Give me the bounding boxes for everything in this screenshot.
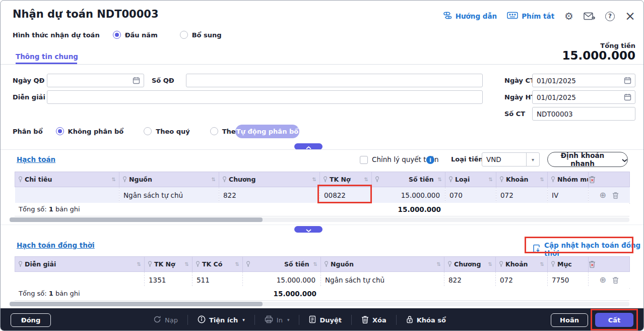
- footer-total: 15.000.000: [242, 290, 316, 298]
- delete-all-icon[interactable]: ×: [589, 260, 629, 268]
- settings-gear-icon[interactable]: ⚙: [564, 10, 573, 22]
- cell-nhom-muc[interactable]: IV: [548, 187, 589, 204]
- cell-nguon[interactable]: Ngân sách tự chủ: [321, 272, 444, 289]
- dien-giai-input[interactable]: [47, 90, 483, 104]
- delete-row-icon[interactable]: [612, 277, 619, 284]
- close-button[interactable]: Đóng: [11, 313, 51, 327]
- sort-icon: ⇅: [235, 261, 239, 267]
- ngay-ct-input[interactable]: [532, 74, 635, 87]
- table-header-row: Diễn giải⇅ TK Nợ⇅ TK Có⇅ Số tiền⇅ Nguồn⇅…: [15, 257, 630, 272]
- col-loai[interactable]: Loại⇅: [445, 172, 496, 187]
- radio-dau-nam[interactable]: [113, 31, 121, 39]
- delete-row-icon[interactable]: [612, 192, 619, 199]
- col-so-tien[interactable]: Số tiền⇅: [372, 172, 445, 187]
- cell-loai[interactable]: 070: [445, 187, 496, 204]
- save-button[interactable]: Cất: [595, 313, 633, 327]
- cell-tk-no[interactable]: 00822: [320, 187, 372, 204]
- print-button[interactable]: In ▾: [255, 315, 299, 325]
- col-actions[interactable]: ×: [589, 172, 630, 187]
- reload-button[interactable]: Nạp: [144, 315, 187, 325]
- postpone-button[interactable]: Hoãn: [551, 313, 588, 327]
- cell-chi-tieu[interactable]: [15, 187, 119, 204]
- sort-icon: ⇅: [488, 261, 492, 267]
- so-ct-input[interactable]: [532, 107, 635, 121]
- col-tk-co[interactable]: TK Có⇅: [192, 257, 243, 272]
- divider: [1, 64, 643, 65]
- cell-tk-co[interactable]: 511: [192, 272, 243, 289]
- info-icon[interactable]: i: [426, 156, 434, 164]
- approve-button[interactable]: Duyệt: [299, 315, 351, 325]
- ngay-qd-input[interactable]: [47, 74, 144, 87]
- currency-select[interactable]: VND ▾: [482, 152, 540, 167]
- cell-muc[interactable]: 7750: [548, 272, 589, 289]
- col-nguon[interactable]: Nguồn⇅: [321, 257, 444, 272]
- chinh-ly-checkbox[interactable]: [360, 156, 368, 164]
- add-row-icon[interactable]: ⊕: [600, 276, 606, 284]
- col-nhom-muc[interactable]: Nhóm mục: [548, 172, 589, 187]
- radio-theo-thang[interactable]: [210, 127, 218, 135]
- add-row-icon[interactable]: ⊕: [600, 191, 606, 199]
- cell-so-tien[interactable]: 15.000.000: [243, 272, 321, 289]
- cell-khoan[interactable]: 072: [496, 187, 548, 204]
- collapse-down-pill[interactable]: [294, 226, 323, 233]
- tab-thong-tin-chung[interactable]: Thông tin chung: [16, 52, 78, 61]
- cell-chuong[interactable]: 822: [219, 187, 320, 204]
- col-chi-tieu[interactable]: Chỉ tiêu⇅: [15, 172, 119, 187]
- pin-icon: [18, 176, 23, 183]
- col-chuong[interactable]: Chương⇅: [444, 257, 496, 272]
- col-nguon[interactable]: Nguồn⇅: [119, 172, 219, 187]
- radio-khong-phan-bo[interactable]: [56, 127, 64, 135]
- pin-icon: [18, 261, 23, 267]
- scrollbar-thumb[interactable]: [10, 217, 263, 222]
- help-icon[interactable]: ?: [605, 12, 615, 21]
- sort-icon: ⇅: [185, 261, 189, 267]
- update-simultaneous-link[interactable]: Cập nhật hạch toán đồng thời: [533, 241, 643, 257]
- delete-button[interactable]: Xóa: [352, 315, 396, 325]
- cell-tk-no[interactable]: 1351: [145, 272, 192, 289]
- radio-bo-sung[interactable]: [180, 31, 188, 39]
- pin-icon: [196, 261, 200, 267]
- hach-toan-dong-thoi-title[interactable]: Hạch toán đồng thời: [17, 241, 95, 249]
- header-actions: Hướng dẫn Phím tắt ⚙ ? ×: [443, 10, 635, 23]
- col-actions[interactable]: ×: [589, 257, 630, 272]
- hach-toan-title[interactable]: Hạch toán: [17, 155, 55, 163]
- ngay-ht-calendar-icon[interactable]: [624, 93, 631, 101]
- radio-khong-phan-bo-label: Không phân bổ: [68, 128, 124, 135]
- ngay-ct-calendar-icon[interactable]: [624, 77, 631, 84]
- delete-all-icon[interactable]: ×: [589, 176, 629, 183]
- sort-icon: ⇅: [312, 177, 316, 182]
- quick-entry-button[interactable]: Định khoản nhanh: [547, 152, 628, 167]
- send-mail-icon[interactable]: [584, 12, 595, 21]
- col-khoan[interactable]: Khoản⇅: [496, 172, 548, 187]
- so-qd-input[interactable]: [186, 74, 483, 87]
- sort-icon: ⇅: [489, 177, 493, 182]
- auto-allocate-button[interactable]: Tự động phân bổ: [235, 125, 299, 138]
- total-value: 15.000.000: [562, 49, 635, 62]
- pin-icon: [122, 176, 127, 183]
- col-dien-giai[interactable]: Diễn giải⇅: [15, 257, 145, 272]
- close-icon[interactable]: ×: [625, 11, 635, 21]
- col-muc[interactable]: Mục: [548, 257, 589, 272]
- col-tk-no[interactable]: TK Nợ⇅: [145, 257, 192, 272]
- lock-period-button[interactable]: Khóa sổ: [397, 315, 456, 325]
- col-so-tien[interactable]: Số tiền⇅: [243, 257, 321, 272]
- cell-so-tien[interactable]: 15.000.000: [372, 187, 445, 204]
- radio-theo-quy[interactable]: [144, 127, 152, 135]
- col-tk-no[interactable]: TK Nợ⇅: [320, 172, 372, 187]
- cell-khoan[interactable]: 072: [496, 272, 548, 289]
- ngay-ht-input[interactable]: [532, 90, 635, 104]
- col-khoan[interactable]: Khoản⇅: [496, 257, 548, 272]
- scrollbar-thumb[interactable]: [10, 302, 263, 306]
- radio-dau-nam-label: Đầu năm: [125, 31, 158, 39]
- shortcut-link[interactable]: Phím tắt: [507, 12, 554, 21]
- cell-nguon[interactable]: Ngân sách tự chủ: [119, 187, 219, 204]
- guide-link[interactable]: Hướng dẫn: [443, 11, 497, 21]
- sort-icon: ⇅: [112, 177, 116, 182]
- cell-chuong[interactable]: 822: [444, 272, 496, 289]
- utilities-button[interactable]: Tiện ích ▾: [188, 315, 254, 325]
- cell-dien-giai[interactable]: [15, 272, 145, 289]
- divider: [1, 149, 643, 150]
- ngay-qd-calendar-icon[interactable]: [133, 77, 140, 84]
- col-chuong[interactable]: Chương⇅: [219, 172, 320, 187]
- keyboard-icon: [507, 12, 518, 21]
